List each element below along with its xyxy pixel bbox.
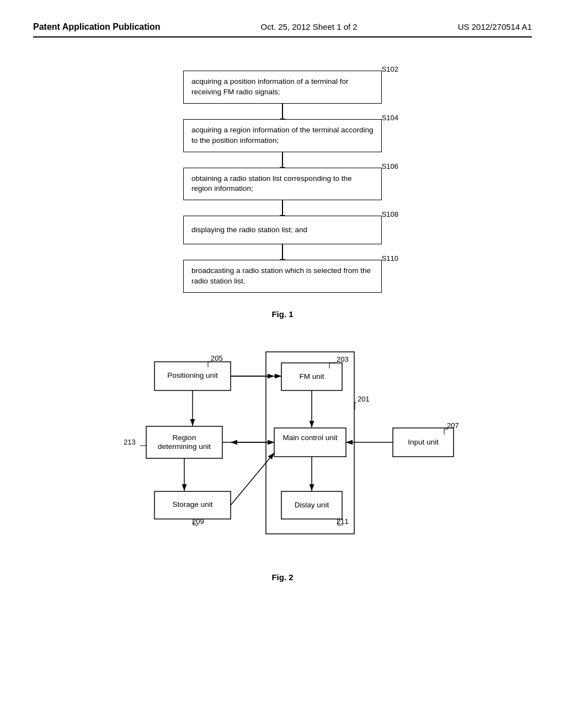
fig2-container: 203 201 205 207 211 209 213 [33, 346, 532, 556]
fig1-container: S102 acquiring a position information of… [33, 71, 532, 293]
step-box-s106: obtaining a radio station list correspon… [183, 168, 382, 201]
svg-text:203: 203 [337, 355, 349, 363]
arrow-1 [282, 104, 283, 119]
fig2-caption: Fig. 2 [33, 572, 532, 582]
step-s104: S104 acquiring a region information of t… [183, 119, 382, 152]
step-s108: S108 displaying the radio station list; … [183, 216, 382, 244]
svg-text:Storage unit: Storage unit [173, 500, 213, 508]
header-patent-number: US 2012/270514 A1 [458, 22, 532, 31]
header: Patent Application Publication Oct. 25, … [33, 22, 532, 38]
svg-text:Input unit: Input unit [408, 438, 439, 446]
svg-text:determining unit: determining unit [158, 442, 211, 451]
svg-text:201: 201 [358, 395, 370, 403]
svg-text:205: 205 [211, 354, 223, 362]
svg-line-17 [231, 453, 274, 505]
step-s110: S110 broadcasting a radio station which … [183, 260, 382, 293]
step-box-s102: acquiring a position information of a te… [183, 71, 382, 104]
header-publication-label: Patent Application Publication [33, 22, 161, 32]
step-box-s110: broadcasting a radio station which is se… [183, 260, 382, 293]
page: Patent Application Publication Oct. 25, … [0, 0, 565, 728]
step-label-s108: S108 [382, 210, 398, 218]
step-label-s106: S106 [382, 162, 398, 170]
svg-text:213: 213 [124, 438, 136, 446]
svg-text:Positioning unit: Positioning unit [167, 371, 218, 379]
block-diagram: 203 201 205 207 211 209 213 [89, 346, 476, 556]
flowchart: S102 acquiring a position information of… [167, 71, 398, 293]
step-label-s110: S110 [382, 254, 398, 263]
step-s106: S106 obtaining a radio station list corr… [183, 168, 382, 201]
step-box-s104: acquiring a region information of the te… [183, 119, 382, 152]
arrow-4 [282, 244, 283, 260]
arrow-2 [282, 152, 283, 168]
svg-text:FM unit: FM unit [299, 372, 324, 381]
step-box-s108: displaying the radio station list; and [183, 216, 382, 244]
arrow-3 [282, 200, 283, 216]
header-date-sheet: Oct. 25, 2012 Sheet 1 of 2 [261, 22, 358, 31]
svg-text:207: 207 [447, 421, 459, 430]
diagram-arrows: 203 201 205 207 211 209 213 [89, 346, 476, 556]
step-label-s102: S102 [382, 65, 398, 73]
step-label-s104: S104 [382, 114, 398, 122]
svg-text:209: 209 [192, 517, 204, 526]
svg-text:Region: Region [173, 433, 196, 442]
svg-text:Dislay unit: Dislay unit [295, 501, 329, 509]
step-s102: S102 acquiring a position information of… [183, 71, 382, 104]
svg-text:Main control unit: Main control unit [282, 433, 337, 442]
svg-rect-4 [274, 428, 346, 457]
svg-text:211: 211 [337, 517, 349, 526]
fig1-caption: Fig. 1 [33, 309, 532, 319]
